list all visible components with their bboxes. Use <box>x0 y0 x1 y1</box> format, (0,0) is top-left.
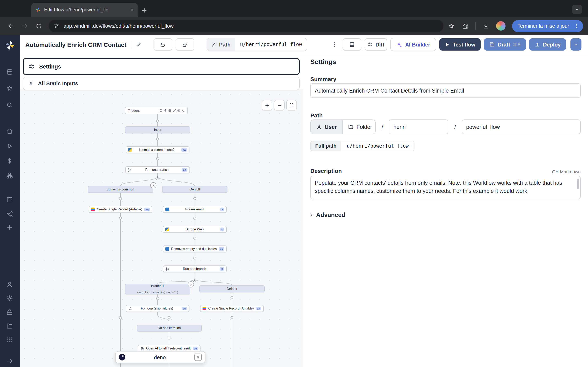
flow-node[interactable]: Default <box>199 285 265 292</box>
add-step-dot[interactable] <box>119 197 122 200</box>
flow-title[interactable]: Automatically Enrich CRM Contact <box>25 41 126 48</box>
flow-node[interactable]: Scrape Webc <box>163 226 227 233</box>
path-chip[interactable]: Path u/henri/powerful_flow <box>207 38 307 51</box>
browser-menu-kebab-icon[interactable] <box>572 21 581 31</box>
windmill-logo[interactable] <box>4 40 15 50</box>
email-trigger-icon[interactable] <box>177 109 181 112</box>
all-static-inputs-tab[interactable]: All Static Inputs <box>23 77 300 90</box>
redo-button[interactable] <box>175 38 194 50</box>
flow-node[interactable]: Branch 1results.c.some((x)=>x!="") <box>125 284 190 294</box>
more-options-kebab-icon[interactable] <box>329 41 339 48</box>
websocket-icon[interactable] <box>173 109 176 112</box>
add-step-dot[interactable] <box>194 237 196 239</box>
flow-node[interactable]: domain is common <box>88 186 153 193</box>
add-step-dot[interactable] <box>231 317 233 319</box>
apps-menu-icon[interactable] <box>6 336 13 344</box>
variables-dollar-icon[interactable] <box>6 157 13 165</box>
deploy-button[interactable]: Deploy <box>529 38 566 50</box>
tab-close-icon[interactable] <box>130 8 134 12</box>
profile-avatar[interactable] <box>496 21 505 31</box>
test-flow-button[interactable]: Test flow <box>439 38 481 50</box>
add-step-dot[interactable] <box>119 217 122 219</box>
remove-branch-icon[interactable] <box>188 281 194 287</box>
flow-graph-canvas[interactable]: Triggers InputIs email a common one?aoRu… <box>20 89 303 367</box>
site-settings-icon[interactable] <box>54 23 60 29</box>
kafka-icon[interactable] <box>182 109 185 112</box>
ai-builder-button[interactable]: AI Builder <box>390 38 436 51</box>
add-step-dot[interactable] <box>156 157 159 160</box>
resources-hub-icon[interactable] <box>6 172 13 179</box>
bookmark-star-icon[interactable] <box>445 20 457 32</box>
new-tab-button[interactable] <box>141 7 147 13</box>
user-toggle[interactable]: User <box>311 120 342 134</box>
undo-button[interactable] <box>153 38 172 50</box>
description-textarea[interactable]: Populate your CRM contacts' details from… <box>310 176 581 200</box>
zoom-out-button[interactable] <box>274 100 285 110</box>
address-bar[interactable]: app.windmill.dev/flows/edit/u/henri/powe… <box>49 20 443 32</box>
docs-book-button[interactable] <box>342 38 361 50</box>
settings-tab[interactable]: Settings <box>23 58 300 75</box>
forward-button[interactable] <box>19 20 31 32</box>
add-step-dot[interactable] <box>231 296 233 299</box>
add-step-dot[interactable] <box>194 257 196 259</box>
summary-input[interactable] <box>310 83 581 98</box>
description-scrollbar[interactable] <box>577 179 579 189</box>
add-step-dot[interactable] <box>119 317 122 319</box>
flow-node[interactable]: For loop (skip failures)ac <box>126 305 190 312</box>
extensions-icon[interactable] <box>459 20 471 32</box>
apps-grid-icon[interactable] <box>6 68 13 76</box>
workers-share-icon[interactable] <box>6 211 13 218</box>
add-step-dot[interactable] <box>156 297 159 300</box>
add-step-dot[interactable] <box>168 317 170 319</box>
flow-name-input[interactable] <box>462 119 581 134</box>
flow-node[interactable]: Default <box>162 186 227 193</box>
runs-play-icon[interactable] <box>6 143 13 150</box>
search-icon[interactable] <box>6 101 13 109</box>
favorites-star-icon[interactable] <box>6 85 13 92</box>
add-step-dot[interactable] <box>156 138 159 140</box>
schedule-icon[interactable] <box>159 109 163 112</box>
flow-node[interactable]: Do one iteration <box>137 325 202 332</box>
flow-node[interactable]: Create Single Record (Airtable)an <box>200 305 264 312</box>
flow-node[interactable]: Create Single Record (Airtable)aq <box>89 206 152 213</box>
browser-update-button[interactable]: Terminer la mise à jour <box>512 20 583 32</box>
folders-icon[interactable] <box>6 323 13 330</box>
downloads-icon[interactable] <box>480 20 492 32</box>
flow-node[interactable]: Run one branchal <box>163 266 227 272</box>
popup-close-icon[interactable] <box>194 354 202 361</box>
owner-input[interactable] <box>389 119 449 134</box>
diff-button[interactable]: Diff <box>364 38 387 50</box>
add-step-dot[interactable] <box>168 337 170 339</box>
webhook-icon[interactable] <box>164 109 167 112</box>
add-step-dot[interactable] <box>194 217 196 219</box>
flow-node[interactable]: Run one branchap <box>125 166 190 173</box>
deno-popup[interactable]: deno <box>115 351 205 363</box>
fit-view-button[interactable] <box>286 100 297 110</box>
draft-button[interactable]: Draft ⌘S <box>484 38 526 50</box>
edit-title-pencil-icon[interactable] <box>136 42 141 47</box>
flow-node[interactable]: Input <box>125 126 190 133</box>
http-route-icon[interactable] <box>168 109 172 112</box>
collapse-arrow-icon[interactable] <box>6 358 13 365</box>
add-step-dot[interactable] <box>156 120 159 122</box>
zoom-in-button[interactable] <box>262 100 272 110</box>
folder-toggle[interactable]: Folder <box>342 120 376 134</box>
deploy-dropdown-chevron-icon[interactable] <box>571 38 581 50</box>
user-icon[interactable] <box>6 281 13 288</box>
flow-node[interactable]: Removes empty and duplicatesak <box>163 245 227 252</box>
flow-node[interactable]: Is email a common one?ao <box>126 146 190 153</box>
add-plus-icon[interactable] <box>6 224 13 231</box>
home-icon[interactable] <box>6 128 13 135</box>
reload-button[interactable] <box>33 20 45 32</box>
add-step-dot[interactable] <box>194 197 196 200</box>
tab-search-button[interactable] <box>572 5 582 14</box>
settings-gear-icon[interactable] <box>6 295 13 302</box>
browser-tab[interactable]: Edit Flow u/henri/powerful_flo <box>31 3 138 17</box>
remove-branch-icon[interactable] <box>150 182 156 188</box>
back-button[interactable] <box>5 20 17 32</box>
triggers-node[interactable]: Triggers <box>125 107 188 114</box>
workspace-case-icon[interactable] <box>6 309 13 316</box>
advanced-section-toggle[interactable]: Advanced <box>309 211 345 218</box>
flow-node[interactable]: Parses emaila <box>163 206 227 213</box>
schedules-calendar-icon[interactable] <box>6 196 13 203</box>
